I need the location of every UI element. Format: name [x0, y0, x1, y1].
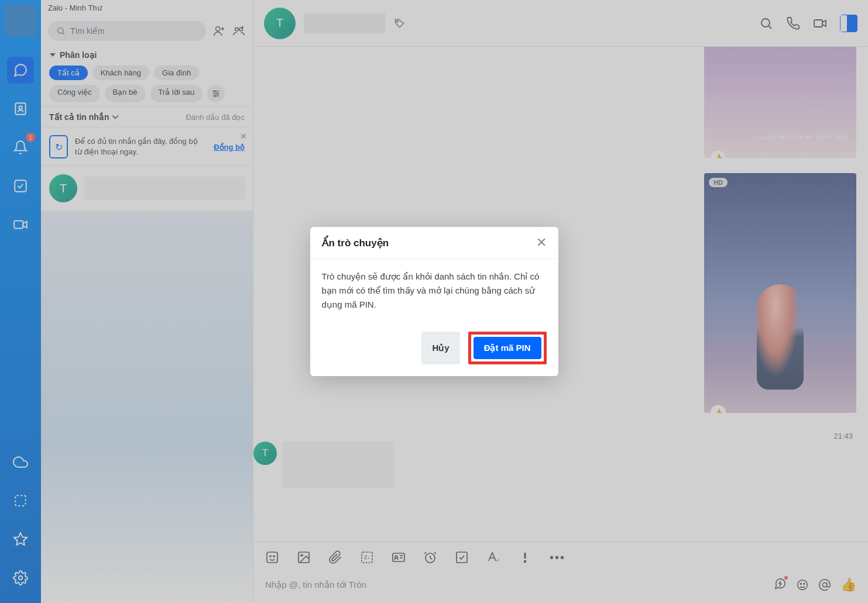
modal-body: Trò chuyện sẽ được ẩn khỏi danh sách tin… — [310, 259, 558, 322]
highlight-annotation: Đặt mã PIN — [468, 332, 547, 364]
modal-close[interactable]: ✕ — [536, 236, 547, 249]
modal-overlay[interactable]: Ẩn trò chuyện ✕ Trò chuyện sẽ được ẩn kh… — [0, 0, 868, 603]
cancel-button[interactable]: Hủy — [421, 332, 459, 364]
modal-title: Ẩn trò chuyện — [322, 237, 389, 249]
set-pin-button[interactable]: Đặt mã PIN — [474, 337, 541, 359]
hide-chat-modal: Ẩn trò chuyện ✕ Trò chuyện sẽ được ẩn kh… — [310, 227, 558, 376]
